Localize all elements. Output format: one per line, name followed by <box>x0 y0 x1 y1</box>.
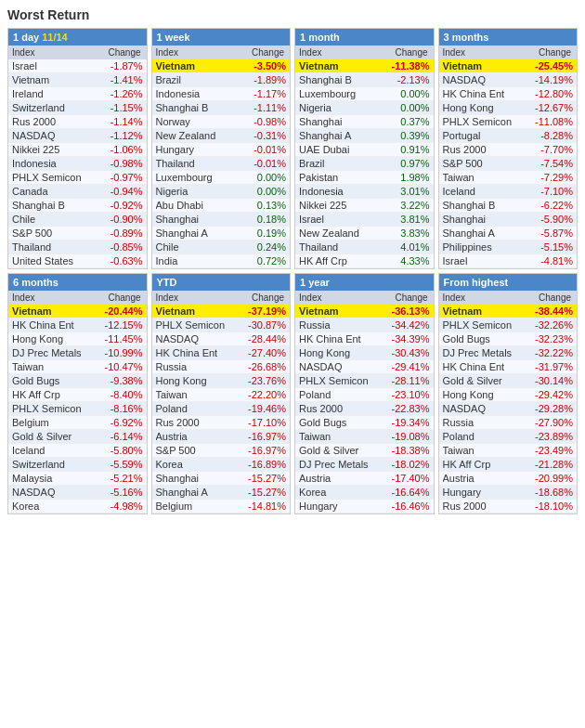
change-value: 0.00% <box>400 88 429 99</box>
index-name: NASDAQ <box>299 361 392 372</box>
change-value: -12.80% <box>535 88 573 99</box>
index-name: Israel <box>299 214 400 225</box>
index-name: Abu Dhabi <box>156 200 257 211</box>
index-name: Vietnam <box>299 60 392 72</box>
change-value: -31.97% <box>535 361 573 372</box>
section-header-7: From highest <box>439 274 578 291</box>
index-name: Switzerland <box>12 102 110 113</box>
col-change-label: Change <box>108 47 142 58</box>
change-value: -1.15% <box>110 102 143 113</box>
index-name: Taiwan <box>156 389 249 400</box>
change-value: -21.28% <box>535 459 573 470</box>
index-name: Rus 2000 <box>443 144 541 155</box>
data-row-4-0: Vietnam-20.44% <box>8 305 147 318</box>
change-value: -1.41% <box>110 74 143 85</box>
data-row-3-12: Shanghai A-5.87% <box>439 227 578 240</box>
change-value: -34.42% <box>392 319 430 331</box>
col-change-label: Change <box>395 47 429 58</box>
data-row-1-2: Indonesia-1.17% <box>152 87 291 101</box>
data-row-5-2: NASDAQ-28.44% <box>152 332 291 346</box>
change-value: -25.45% <box>535 60 573 72</box>
data-row-1-13: Chile0.24% <box>152 240 291 254</box>
change-value: -4.98% <box>110 500 143 512</box>
col-index-label: Index <box>156 47 252 58</box>
change-value: -23.10% <box>392 389 430 400</box>
data-row-7-2: Gold Bugs-32.23% <box>439 332 578 346</box>
index-name: Rus 2000 <box>12 116 110 127</box>
index-name: India <box>156 255 257 266</box>
index-name: Thailand <box>299 241 400 253</box>
index-name: Shanghai A <box>443 228 541 239</box>
col-change-label: Change <box>252 292 286 303</box>
section-header-6: 1 year <box>295 274 434 291</box>
index-name: DJ Prec Metals <box>443 347 536 358</box>
change-value: -11.45% <box>105 333 143 344</box>
data-row-6-2: HK China Ent-34.39% <box>295 332 434 346</box>
data-row-3-0: Vietnam-25.45% <box>439 59 578 73</box>
data-row-0-5: NASDAQ-1.12% <box>8 129 147 143</box>
index-name: Gold & Silver <box>12 431 110 442</box>
col-change-label: Change <box>539 47 573 58</box>
change-value: -7.29% <box>540 172 573 183</box>
change-value: -19.46% <box>248 403 286 414</box>
index-name: PHLX Semicon <box>299 375 392 386</box>
data-row-1-11: Shanghai0.18% <box>152 213 291 227</box>
change-value: -34.39% <box>392 333 430 344</box>
index-name: Korea <box>299 487 392 498</box>
change-value: 0.00% <box>400 102 429 113</box>
index-name: Indonesia <box>12 158 110 169</box>
data-row-1-1: Brazil-1.89% <box>152 73 291 87</box>
change-value: -4.81% <box>540 255 573 266</box>
change-value: -18.02% <box>392 459 430 470</box>
data-row-0-12: S&P 500-0.89% <box>8 227 147 240</box>
section-5: YTDIndexChangeVietnam-37.19%PHLX Semicon… <box>151 273 292 514</box>
index-name: Norway <box>156 116 254 127</box>
data-row-5-13: Shanghai A-15.27% <box>152 486 291 500</box>
index-name: Nikkei 225 <box>12 144 110 155</box>
index-name: Hong Kong <box>443 389 536 400</box>
data-row-0-0: Israel-1.87% <box>8 59 147 73</box>
data-row-5-3: HK China Ent-27.40% <box>152 346 291 360</box>
index-name: Hungary <box>156 144 254 155</box>
change-value: -7.54% <box>540 158 573 169</box>
change-value: -11.38% <box>392 60 430 72</box>
index-name: Nigeria <box>299 102 400 113</box>
index-name: Shanghai B <box>299 74 397 85</box>
data-row-1-9: Nigeria0.00% <box>152 185 291 199</box>
date-badge: 11/14 <box>42 32 68 43</box>
index-name: Austria <box>299 473 392 484</box>
data-row-2-7: Brazil0.97% <box>295 157 434 171</box>
index-name: PHLX Semicon <box>443 116 536 127</box>
change-value: -15.27% <box>248 473 286 484</box>
change-value: -10.47% <box>105 361 143 372</box>
data-row-5-6: Taiwan-22.20% <box>152 388 291 402</box>
col-index-label: Index <box>443 292 539 303</box>
data-row-2-9: Indonesia3.01% <box>295 185 434 199</box>
index-name: Taiwan <box>443 445 536 456</box>
section-4: 6 monthsIndexChangeVietnam-20.44%HK Chin… <box>7 273 148 514</box>
data-row-0-2: Ireland-1.26% <box>8 87 147 101</box>
change-value: 0.18% <box>257 214 286 225</box>
col-index-label: Index <box>12 47 108 58</box>
col-index-label: Index <box>299 292 395 303</box>
data-row-7-4: HK China Ent-31.97% <box>439 360 578 374</box>
section-1: 1 weekIndexChangeVietnam-3.50%Brazil-1.8… <box>151 28 292 269</box>
index-name: PHLX Semicon <box>12 172 110 183</box>
change-value: -37.19% <box>248 306 286 317</box>
change-value: -16.97% <box>248 445 286 456</box>
change-value: -28.44% <box>248 333 286 344</box>
change-value: -20.44% <box>105 306 143 317</box>
index-name: New Zealand <box>156 130 254 141</box>
index-name: Gold Bugs <box>12 375 110 386</box>
change-value: -0.01% <box>254 158 286 169</box>
col-headers-6: IndexChange <box>295 291 434 305</box>
index-name: HK China Ent <box>443 361 536 372</box>
data-row-3-9: Iceland-7.10% <box>439 185 578 199</box>
change-value: 0.37% <box>400 116 429 127</box>
change-value: 3.22% <box>400 200 429 211</box>
change-value: -32.23% <box>535 333 573 344</box>
data-row-4-9: Gold & Silver-6.14% <box>8 430 147 444</box>
change-value: -23.76% <box>248 375 286 386</box>
index-name: Shanghai <box>156 214 257 225</box>
change-value: -36.13% <box>392 306 430 317</box>
